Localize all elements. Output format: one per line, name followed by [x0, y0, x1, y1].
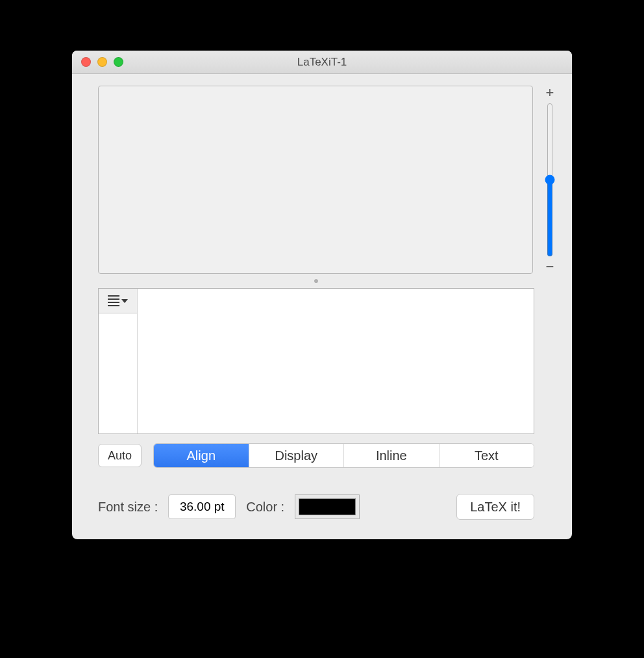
zoom-slider[interactable] — [543, 103, 556, 257]
zoom-in-icon[interactable]: + — [546, 86, 554, 100]
zoom-out-icon[interactable]: − — [546, 260, 554, 274]
chevron-down-icon — [121, 299, 128, 303]
close-icon[interactable] — [81, 57, 91, 67]
minimize-icon[interactable] — [97, 57, 107, 67]
mode-row: Auto Align Display Inline Text — [98, 443, 534, 468]
color-well[interactable] — [295, 494, 360, 519]
editor-gutter — [99, 289, 138, 433]
font-size-field[interactable] — [168, 494, 236, 519]
bottom-row: Font size : Color : LaTeX it! — [98, 494, 534, 520]
preview-row: + − — [98, 86, 560, 274]
latex-it-button[interactable]: LaTeX it! — [456, 494, 534, 520]
mode-segmented-control: Align Display Inline Text — [153, 443, 534, 468]
tab-inline[interactable]: Inline — [344, 444, 440, 467]
traffic-lights — [72, 57, 123, 67]
editor-row — [98, 288, 534, 434]
window-content: + − ● Auto — [72, 74, 572, 539]
fullscreen-icon[interactable] — [114, 57, 123, 67]
auto-button[interactable]: Auto — [98, 444, 142, 467]
window-title: LaTeXiT-1 — [72, 56, 572, 69]
templates-menu-button[interactable] — [99, 289, 137, 313]
preview-canvas[interactable] — [98, 86, 533, 274]
app-window: LaTeXiT-1 + − ● — [72, 51, 572, 539]
zoom-slider-column: + − — [539, 86, 560, 274]
latex-input[interactable] — [138, 289, 534, 433]
editor-area — [98, 288, 534, 434]
font-size-label: Font size : — [98, 500, 158, 515]
titlebar: LaTeXiT-1 — [72, 51, 572, 74]
tab-align[interactable]: Align — [154, 444, 249, 467]
menu-icon — [108, 295, 119, 306]
color-label: Color : — [246, 500, 284, 515]
tab-text[interactable]: Text — [440, 444, 534, 467]
split-handle-icon[interactable]: ● — [98, 275, 560, 286]
color-swatch — [299, 498, 356, 515]
tab-display[interactable]: Display — [249, 444, 345, 467]
